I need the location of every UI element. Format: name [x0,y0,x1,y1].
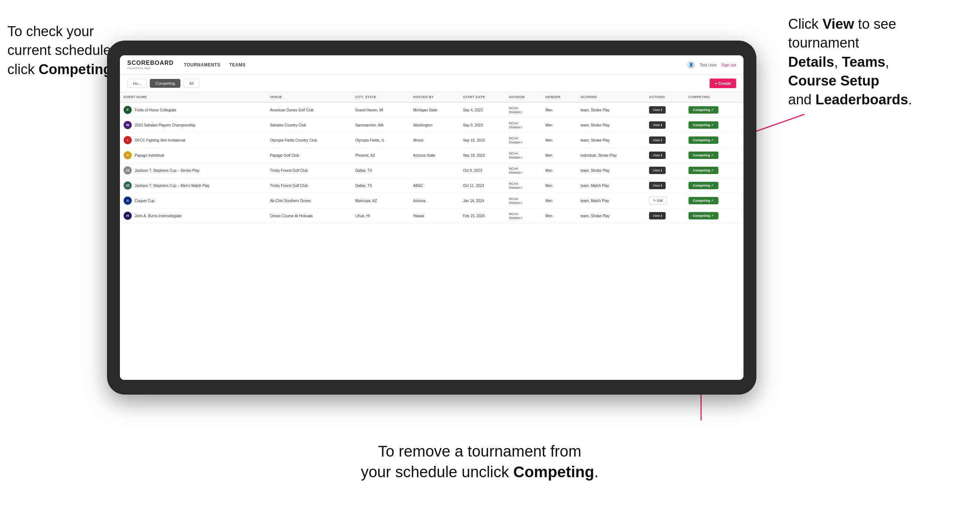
header-right: 👤 Test User Sign out [687,61,736,69]
gender-cell: Men [542,163,577,178]
view-button[interactable]: View ℹ [649,212,666,219]
event-name-cell: F Folds of Honor Collegiate [120,102,266,117]
scoring-cell: team, Match Play [577,193,645,208]
nav-tournaments[interactable]: TOURNAMENTS [184,62,221,67]
competing-cell: Competing ✓ [685,148,743,163]
scoring-cell: team, Stroke Play [577,133,645,148]
team-logo: I [124,136,132,144]
competing-button[interactable]: Competing ✓ [689,167,719,174]
table-row: A Copper Cup Ak-Chin Southern DunesMaric… [120,193,743,208]
start-date: Sep 15, 2023 [460,133,506,148]
edit-button[interactable]: ✎ Edit [649,197,667,205]
event-name: Folds of Honor Collegiate [135,108,177,112]
venue: Papago Golf Club [266,148,352,163]
hosted-by: ABAC [410,178,460,193]
competing-button[interactable]: Competing ✓ [689,152,719,159]
scoring-cell: team, Stroke Play [577,163,645,178]
venue: American Dunes Golf Club [266,102,352,117]
tab-all[interactable]: All [183,79,199,88]
event-name-cell: JS Jackson T. Stephens Cup – Men's Match… [120,178,266,193]
annotation-line3: click [7,62,38,77]
gender-cell: Men [542,193,577,208]
ann-tr-period: . [908,92,912,107]
city-state: Lihue, HI [352,208,410,224]
city-state: Dallas, TX [352,163,410,178]
view-button[interactable]: View ℹ [649,167,666,174]
user-label: Test User [700,63,717,67]
scoreboard-logo: SCOREBOARD Powered by clippi [127,60,174,70]
app-header: SCOREBOARD Powered by clippi TOURNAMENTS… [120,55,743,75]
competing-button[interactable]: Competing ✓ [689,137,719,144]
annotation-top-right: Click View to see tournament Details, Te… [788,15,973,109]
actions-cell: View ℹ [645,178,685,193]
venue: Ak-Chin Southern Dunes [266,193,352,208]
col-venue: VENUE [266,92,352,102]
table-body: F Folds of Honor Collegiate American Dun… [120,102,743,224]
table-container: EVENT NAME VENUE CITY, STATE HOSTED BY S… [120,92,743,380]
competing-cell: Competing ✓ [685,117,743,133]
tab-home[interactable]: Ho... [127,79,147,88]
team-logo: F [124,106,132,114]
start-date: Jan 14, 2024 [460,193,506,208]
ann-b-bold: Competing [513,463,594,481]
col-hosted-by: HOSTED BY [410,92,460,102]
start-date: Sep 9, 2023 [460,117,506,133]
view-button[interactable]: View ℹ [649,121,666,129]
team-logo: JS [124,181,132,190]
view-button[interactable]: View ℹ [649,137,666,144]
view-button[interactable]: View ℹ [649,106,666,114]
hosted-by: Michigan State [410,102,460,117]
start-date: Oct 9, 2023 [460,163,506,178]
competing-button[interactable]: Competing ✓ [689,121,719,129]
toolbar: Ho... Competing All + Create [120,75,743,92]
annotation-line1: To check your [7,24,94,39]
scoring-cell: team, Match Play [577,178,645,193]
tablet-frame: SCOREBOARD Powered by clippi TOURNAMENTS… [107,41,756,395]
view-button[interactable]: View ℹ [649,152,666,159]
event-name: 2023 Sahalee Players Championship [135,123,196,127]
start-date: Sep 18, 2023 [460,148,506,163]
scoring-cell: team, Stroke Play [577,117,645,133]
col-competing: COMPETING [685,92,743,102]
gender-cell: Men [542,148,577,163]
competing-cell: Competing ✓ [685,163,743,178]
actions-cell: View ℹ [645,117,685,133]
start-date: Feb 15, 2024 [460,208,506,224]
ann-tr-bold2: Details [788,54,834,70]
actions-cell: View ℹ [645,208,685,224]
competing-button[interactable]: Competing ✓ [689,182,719,189]
create-button[interactable]: + Create [710,79,736,88]
competing-cell: Competing ✓ [685,208,743,224]
sign-out-link[interactable]: Sign out [721,63,736,67]
table-row: F Folds of Honor Collegiate American Dun… [120,102,743,117]
ann-b-1: To remove a tournament from [378,443,582,460]
team-logo: P [124,151,132,159]
ann-tr-4: and [788,92,815,107]
team-logo: H [124,212,132,220]
city-state: Sammamish, WA [352,117,410,133]
gender-cell: Men [542,133,577,148]
division-cell: NCAADivision I [506,102,542,117]
division-cell: NCAADivision I [506,178,542,193]
hosted-by [410,163,460,178]
competing-cell: Competing ✓ [685,102,743,117]
tournaments-table: EVENT NAME VENUE CITY, STATE HOSTED BY S… [120,92,743,224]
nav-teams[interactable]: TEAMS [229,62,246,67]
table-row: JS Jackson T. Stephens Cup – Stroke Play… [120,163,743,178]
venue: Trinity Forest Golf Club [266,163,352,178]
start-date: Oct 11, 2023 [460,178,506,193]
start-date: Sep 4, 2023 [460,102,506,117]
tab-competing[interactable]: Competing [150,79,180,88]
hosted-by: Arizona State [410,148,460,163]
competing-button[interactable]: Competing ✓ [689,197,719,204]
competing-button[interactable]: Competing ✓ [689,212,719,219]
ann-tr-bold3: Teams [842,54,886,70]
competing-button[interactable]: Competing ✓ [689,106,719,114]
col-start-date: START DATE [460,92,506,102]
actions-cell: View ℹ [645,148,685,163]
view-button[interactable]: View ℹ [649,182,666,189]
table-row: I OFCC Fighting Illini Invitational Olym… [120,133,743,148]
col-division: DIVISION [506,92,542,102]
table-row: H John A. Burns Intercollegiate Ocean Co… [120,208,743,224]
col-scoring: SCORING [577,92,645,102]
